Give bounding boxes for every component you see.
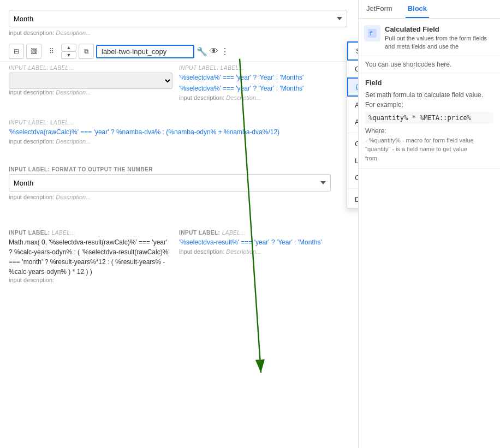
select-parent-label: Select parent block (Column) bbox=[356, 47, 358, 55]
calc-field-header: f Calculated Field Pull out the values f… bbox=[359, 19, 500, 56]
context-menu-group[interactable]: Group bbox=[347, 135, 358, 152]
shortcodes-note: You can use shortcodes here. bbox=[359, 56, 500, 73]
s1-left-label: INPUT LABEL: LABEL... bbox=[9, 65, 172, 71]
calc-field-desc: Pull out the values from the form fields… bbox=[385, 34, 495, 51]
toggle-icon: ⊟ bbox=[14, 47, 19, 55]
s3-desc: input description: Description... bbox=[9, 194, 349, 200]
s4-right-desc: input description: Description... bbox=[179, 248, 343, 255]
svg-text:f: f bbox=[369, 30, 373, 37]
context-menu-duplicate[interactable]: Duplicate Ctrl+Shift+D bbox=[347, 77, 358, 97]
top-format-dropdown[interactable]: Month bbox=[9, 10, 347, 27]
s1-right-label: INPUT LABEL: LABEL... bbox=[179, 65, 343, 71]
s1-left-select[interactable] bbox=[9, 73, 172, 89]
calc-field-title: Calculated Field bbox=[385, 25, 495, 33]
context-menu-delete[interactable]: Delete Shift+Alt+Z bbox=[347, 191, 358, 208]
image-icon: 🖼 bbox=[31, 47, 37, 55]
create-pattern-label: Create pattern/reusable block bbox=[355, 174, 358, 182]
lock-label: Lock bbox=[355, 157, 358, 165]
copy-icon: ⧉ bbox=[84, 47, 89, 55]
eye-icon[interactable]: 👁 bbox=[210, 46, 218, 56]
add-after-label: Add after bbox=[355, 118, 358, 126]
copy-label: Copy bbox=[355, 65, 358, 73]
calc-field-icon: f bbox=[364, 25, 380, 41]
toolbar-down-btn[interactable]: ▼ bbox=[61, 51, 76, 59]
field-section: Field Set math formula to calculate fiel… bbox=[359, 73, 500, 169]
context-menu: Select parent block (Column) ⊞ Copy Dupl… bbox=[347, 41, 358, 208]
s2-label: INPUT LABEL: LABEL... bbox=[9, 120, 349, 126]
field-desc: Set math formula to calculate field valu… bbox=[365, 90, 493, 110]
context-menu-add-after[interactable]: Add after Ctrl+Alt+Y bbox=[347, 114, 358, 130]
s4-left-value: Math.max( 0, '%selectdva-result(rawCalc)… bbox=[9, 237, 172, 277]
context-menu-copy[interactable]: Copy bbox=[347, 61, 358, 77]
s4-left-desc: input description: bbox=[9, 277, 172, 283]
context-menu-lock[interactable]: Lock 🔒 bbox=[347, 152, 358, 169]
menu-divider-1 bbox=[347, 133, 358, 133]
context-menu-add-before[interactable]: Add before Ctrl+Alt+T bbox=[347, 97, 358, 114]
toolbar-row: ⊟ 🖼 ⠿ ▲ ▼ ⧉ 🔧 👁 ⋮ bbox=[0, 41, 358, 62]
s1-right-value1: '%selectdva%' === 'year' ? 'Year' : 'Mon… bbox=[179, 73, 343, 82]
s3-format-dropdown[interactable]: Month bbox=[9, 174, 331, 192]
tab-jetform[interactable]: JetForm bbox=[364, 0, 395, 18]
menu-divider-2 bbox=[347, 188, 358, 189]
s4-right-label: INPUT LABEL: LABEL... bbox=[179, 230, 343, 236]
tab-block[interactable]: Block bbox=[406, 0, 429, 18]
right-panel: JetForm Block f Calculated Field Pull ou… bbox=[358, 0, 500, 448]
s3-label: INPUT LABEL: FORMAT TO OUTPUT THE NUMBER bbox=[9, 166, 349, 172]
field-section-title: Field bbox=[365, 79, 493, 87]
s4-right-value: '%selectdva-result%' === 'year' ? 'Year'… bbox=[179, 237, 343, 247]
field-example-code: %quantity% * %META::price% bbox=[365, 112, 493, 124]
s4-left-label: INPUT LABEL: LABEL... bbox=[9, 230, 172, 236]
wrench-icon[interactable]: 🔧 bbox=[197, 46, 207, 57]
toolbar-toggle-btn[interactable]: ⊟ bbox=[9, 44, 24, 59]
s1-right-desc: input description: Description... bbox=[179, 94, 343, 101]
field-where: Where: bbox=[365, 126, 493, 136]
toolbar-grid-btn[interactable]: ⠿ bbox=[44, 44, 59, 59]
duplicate-label: Duplicate bbox=[356, 83, 358, 91]
group-label: Group bbox=[355, 140, 358, 148]
s1-right-value2: '%selectdva%' === 'year' ? 'Year' : 'Mon… bbox=[179, 83, 343, 93]
grid-icon: ⠿ bbox=[49, 47, 54, 55]
top-input-desc: input description: Description... bbox=[9, 29, 349, 36]
more-options-icon[interactable]: ⋮ bbox=[221, 46, 229, 57]
add-before-label: Add before bbox=[355, 101, 358, 109]
s1-left-desc: input description: Description... bbox=[9, 89, 172, 95]
toolbar-up-btn[interactable]: ▲ bbox=[61, 44, 76, 51]
field-name-input[interactable] bbox=[96, 45, 194, 58]
s2-value: '%selectdva(rawCalc)%' === 'year' ? %nam… bbox=[9, 127, 349, 137]
s2-desc: input description: Description... bbox=[9, 138, 349, 145]
toolbar-copy-btn[interactable]: ⧉ bbox=[79, 44, 94, 59]
panel-tabs: JetForm Block bbox=[359, 0, 500, 19]
context-menu-select-parent[interactable]: Select parent block (Column) ⊞ bbox=[347, 41, 358, 61]
delete-label: Delete bbox=[355, 195, 358, 204]
panel-content: You can use shortcodes here. Field Set m… bbox=[359, 56, 500, 448]
context-menu-create-pattern[interactable]: Create pattern/reusable block ◇ bbox=[347, 169, 358, 186]
calc-field-text: Calculated Field Pull out the values fro… bbox=[385, 25, 495, 51]
toolbar-image-btn[interactable]: 🖼 bbox=[26, 44, 41, 59]
field-note1: - %quantity% - macro for form field valu… bbox=[365, 136, 493, 163]
